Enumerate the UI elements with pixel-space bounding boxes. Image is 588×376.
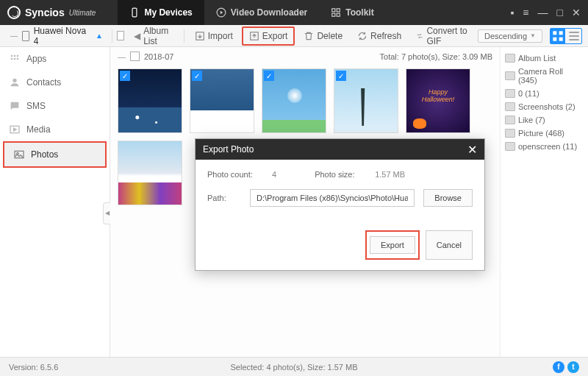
path-label: Path: xyxy=(207,194,241,202)
photo-thumbnail[interactable]: ✓ xyxy=(334,68,398,133)
sidebar-label: Photos xyxy=(31,149,58,160)
folder-icon xyxy=(505,142,515,151)
svg-rect-9 xyxy=(559,31,563,35)
folder-icon xyxy=(505,129,515,138)
svg-point-12 xyxy=(11,55,13,57)
btn-label: Delete xyxy=(317,31,343,41)
select-all-checkbox[interactable] xyxy=(117,31,124,40)
close-icon[interactable]: ✕ xyxy=(467,143,477,157)
menu-icon[interactable]: ≡ xyxy=(523,7,528,18)
export-button[interactable]: Export xyxy=(242,26,295,46)
check-icon: ✓ xyxy=(192,71,202,81)
svg-rect-0 xyxy=(132,8,137,17)
dialog-title: Export Photo xyxy=(203,144,254,155)
btn-label: Album List xyxy=(143,26,173,46)
photo-thumbnail[interactable] xyxy=(118,141,182,205)
sort-dropdown[interactable]: Descending ▼ xyxy=(478,29,542,43)
refresh-button[interactable]: Refresh xyxy=(351,28,407,44)
album-title: Album List xyxy=(518,54,556,63)
cancel-button[interactable]: Cancel xyxy=(426,230,473,260)
dialog-body: Photo count: 4 Photo size: 1.57 MB Path:… xyxy=(196,160,484,227)
maximize-button[interactable]: □ xyxy=(557,7,563,18)
btn-label: Import xyxy=(208,31,233,41)
photo-thumbnail[interactable]: HappyHalloween! xyxy=(406,68,470,133)
collapse-icon[interactable]: — xyxy=(118,52,126,61)
minimize-button[interactable]: — xyxy=(538,7,548,18)
photo-thumbnail[interactable]: ✓ xyxy=(190,68,254,133)
syncios-logo-icon xyxy=(7,6,21,19)
social-links: f t xyxy=(553,361,579,373)
svg-point-15 xyxy=(11,58,13,60)
dialog-header[interactable]: Export Photo ✕ xyxy=(196,139,484,160)
export-icon xyxy=(249,31,259,41)
group-checkbox[interactable] xyxy=(130,52,140,61)
sidebar-item-sms[interactable]: SMS xyxy=(0,94,110,118)
album-label: Picture (468) xyxy=(518,129,564,138)
sidebar-item-media[interactable]: Media xyxy=(0,118,110,141)
brand-name: Syncios xyxy=(25,7,65,18)
photo-thumbnail[interactable]: ✓ xyxy=(262,68,326,133)
grid-view-button[interactable] xyxy=(551,29,565,43)
nav-video-downloader[interactable]: Video Downloader xyxy=(204,0,319,25)
expand-icon: — xyxy=(10,32,18,40)
separator xyxy=(112,29,112,43)
album-list-button[interactable]: ◀ Album List xyxy=(127,23,179,49)
folder-icon xyxy=(505,116,515,124)
browse-button[interactable]: Browse xyxy=(423,189,473,207)
separator xyxy=(184,29,184,43)
delete-button[interactable]: Delete xyxy=(298,28,348,44)
group-date: 2018-07 xyxy=(144,52,173,61)
twitter-icon[interactable]: t xyxy=(567,361,579,373)
import-button[interactable]: Import xyxy=(189,28,239,44)
trash-icon xyxy=(304,31,314,41)
sidebar-collapse-handle[interactable]: ◀ xyxy=(103,202,110,224)
path-input[interactable] xyxy=(250,189,415,207)
check-icon: ✓ xyxy=(120,71,130,81)
feedback-icon[interactable]: ▪ xyxy=(510,7,514,18)
convert-gif-button[interactable]: Convert to GIF xyxy=(410,23,475,49)
photo-thumbnail[interactable]: ✓ xyxy=(118,68,182,133)
check-icon: ✓ xyxy=(336,71,346,81)
svg-rect-4 xyxy=(332,13,335,16)
device-selector[interactable]: — Huawei Nova 4 ▲ xyxy=(6,26,107,46)
photo-count-value: 4 xyxy=(272,170,276,179)
btn-label: Export xyxy=(262,31,288,41)
album-item[interactable]: openscreen (11) xyxy=(503,140,585,153)
sort-label: Descending xyxy=(484,32,527,40)
nav-toolkit[interactable]: Toolkit xyxy=(319,0,385,25)
grid-icon xyxy=(331,7,341,18)
nav-my-devices[interactable]: My Devices xyxy=(118,0,204,25)
brand-area: Syncios Ultimate xyxy=(7,6,96,19)
album-item[interactable]: Screenshots (2) xyxy=(503,100,585,113)
photos-icon xyxy=(13,149,25,160)
btn-label: Refresh xyxy=(370,31,401,41)
album-item[interactable]: Picture (468) xyxy=(503,127,585,140)
album-list-header[interactable]: Album List xyxy=(503,52,585,65)
sidebar-item-apps[interactable]: Apps xyxy=(0,47,110,71)
album-item[interactable]: 0 (11) xyxy=(503,87,585,100)
photo-size-value: 1.57 MB xyxy=(375,170,405,179)
svg-rect-3 xyxy=(337,9,340,12)
folder-icon xyxy=(505,54,515,63)
folder-icon xyxy=(505,89,515,98)
export-confirm-button[interactable]: Export xyxy=(370,236,415,254)
albums-panel: Album List Camera Roll (345) 0 (11) Scre… xyxy=(500,47,588,357)
album-item[interactable]: Camera Roll (345) xyxy=(503,65,585,87)
svg-rect-11 xyxy=(559,37,563,40)
window-controls: ▪ ≡ — □ ✕ xyxy=(510,7,581,18)
album-label: Camera Roll (345) xyxy=(518,67,584,85)
svg-rect-10 xyxy=(553,37,556,40)
facebook-icon[interactable]: f xyxy=(553,361,564,373)
list-view-button[interactable] xyxy=(567,29,581,43)
sidebar-label: Contacts xyxy=(26,77,61,88)
photo-size-label: Photo size: xyxy=(315,170,366,179)
convert-icon xyxy=(416,31,423,41)
phone-icon xyxy=(129,7,140,18)
album-item[interactable]: Like (7) xyxy=(503,113,585,127)
sidebar-item-photos[interactable]: Photos xyxy=(3,141,107,168)
back-arrow-icon: ◀ xyxy=(133,31,140,41)
version-text: Version: 6.5.6 xyxy=(9,363,58,372)
close-button[interactable]: ✕ xyxy=(572,7,581,18)
svg-point-17 xyxy=(17,58,19,60)
sidebar-item-contacts[interactable]: Contacts xyxy=(0,71,110,94)
